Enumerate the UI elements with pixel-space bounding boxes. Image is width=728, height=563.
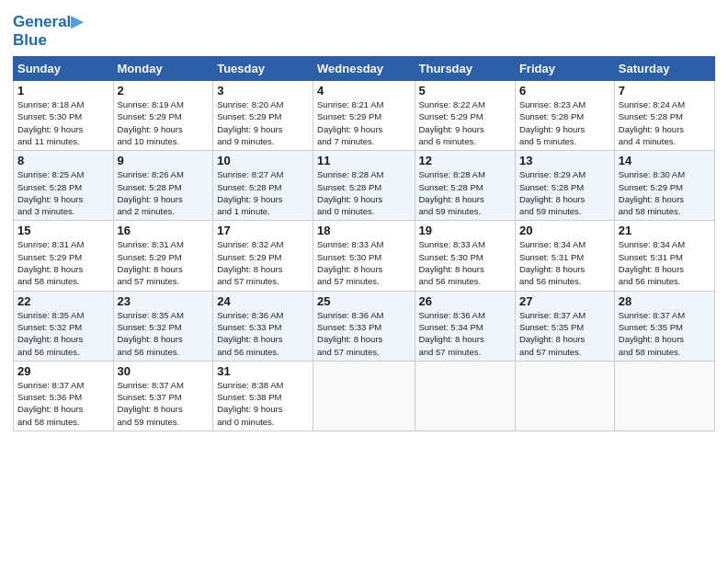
day-number: 13 — [519, 154, 610, 167]
day-info: Sunrise: 8:37 AM Sunset: 5:37 PM Dayligh… — [118, 379, 210, 428]
day-info: Sunrise: 8:23 AM Sunset: 5:28 PM Dayligh… — [519, 98, 610, 147]
day-info: Sunrise: 8:32 AM Sunset: 5:29 PM Dayligh… — [217, 238, 309, 287]
calendar-cell: 26Sunrise: 8:36 AM Sunset: 5:34 PM Dayli… — [415, 291, 515, 361]
logo-text: General▶ Blue — [13, 13, 83, 49]
day-info: Sunrise: 8:33 AM Sunset: 5:30 PM Dayligh… — [317, 238, 410, 287]
calendar-cell: 17Sunrise: 8:32 AM Sunset: 5:29 PM Dayli… — [213, 221, 313, 291]
day-info: Sunrise: 8:33 AM Sunset: 5:30 PM Dayligh… — [419, 238, 511, 287]
weekday-header-thursday: Thursday — [415, 57, 515, 81]
day-number: 24 — [217, 294, 309, 308]
calendar-cell: 22Sunrise: 8:35 AM Sunset: 5:32 PM Dayli… — [14, 291, 114, 361]
day-info: Sunrise: 8:27 AM Sunset: 5:28 PM Dayligh… — [217, 168, 309, 217]
calendar-cell: 31Sunrise: 8:38 AM Sunset: 5:38 PM Dayli… — [213, 361, 313, 431]
calendar-cell: 9Sunrise: 8:26 AM Sunset: 5:28 PM Daylig… — [113, 151, 213, 221]
day-info: Sunrise: 8:34 AM Sunset: 5:31 PM Dayligh… — [619, 238, 711, 287]
day-info: Sunrise: 8:28 AM Sunset: 5:28 PM Dayligh… — [419, 168, 511, 217]
day-info: Sunrise: 8:31 AM Sunset: 5:29 PM Dayligh… — [118, 238, 210, 287]
weekday-header-sunday: Sunday — [14, 57, 114, 81]
day-info: Sunrise: 8:21 AM Sunset: 5:29 PM Dayligh… — [317, 98, 410, 147]
calendar: SundayMondayTuesdayWednesdayThursdayFrid… — [13, 56, 715, 431]
day-info: Sunrise: 8:29 AM Sunset: 5:28 PM Dayligh… — [519, 168, 610, 217]
day-info: Sunrise: 8:24 AM Sunset: 5:28 PM Dayligh… — [619, 98, 711, 147]
calendar-cell — [415, 361, 515, 431]
weekday-header-saturday: Saturday — [614, 57, 714, 81]
day-number: 22 — [17, 294, 109, 308]
calendar-cell: 1Sunrise: 8:18 AM Sunset: 5:30 PM Daylig… — [14, 81, 114, 151]
day-number: 23 — [118, 294, 210, 308]
calendar-cell: 18Sunrise: 8:33 AM Sunset: 5:30 PM Dayli… — [313, 221, 415, 291]
day-info: Sunrise: 8:19 AM Sunset: 5:29 PM Dayligh… — [118, 98, 210, 147]
weekday-header-wednesday: Wednesday — [313, 57, 415, 81]
day-number: 20 — [519, 224, 610, 237]
day-number: 21 — [619, 224, 711, 237]
day-number: 27 — [519, 294, 610, 308]
day-info: Sunrise: 8:18 AM Sunset: 5:30 PM Dayligh… — [17, 98, 109, 147]
calendar-cell: 13Sunrise: 8:29 AM Sunset: 5:28 PM Dayli… — [515, 151, 614, 221]
calendar-cell: 28Sunrise: 8:37 AM Sunset: 5:35 PM Dayli… — [614, 291, 714, 361]
day-info: Sunrise: 8:37 AM Sunset: 5:36 PM Dayligh… — [17, 379, 109, 428]
calendar-cell: 10Sunrise: 8:27 AM Sunset: 5:28 PM Dayli… — [213, 151, 313, 221]
day-number: 3 — [217, 84, 309, 98]
day-info: Sunrise: 8:38 AM Sunset: 5:38 PM Dayligh… — [217, 379, 309, 428]
weekday-header-tuesday: Tuesday — [213, 57, 313, 81]
day-info: Sunrise: 8:26 AM Sunset: 5:28 PM Dayligh… — [118, 168, 210, 217]
calendar-cell: 6Sunrise: 8:23 AM Sunset: 5:28 PM Daylig… — [515, 81, 614, 151]
calendar-cell: 24Sunrise: 8:36 AM Sunset: 5:33 PM Dayli… — [213, 291, 313, 361]
calendar-cell: 5Sunrise: 8:22 AM Sunset: 5:29 PM Daylig… — [415, 81, 515, 151]
calendar-cell: 3Sunrise: 8:20 AM Sunset: 5:29 PM Daylig… — [213, 81, 313, 151]
calendar-cell: 7Sunrise: 8:24 AM Sunset: 5:28 PM Daylig… — [614, 81, 714, 151]
calendar-cell: 14Sunrise: 8:30 AM Sunset: 5:29 PM Dayli… — [614, 151, 714, 221]
calendar-cell: 20Sunrise: 8:34 AM Sunset: 5:31 PM Dayli… — [515, 221, 614, 291]
day-number: 5 — [419, 84, 511, 98]
calendar-cell: 29Sunrise: 8:37 AM Sunset: 5:36 PM Dayli… — [14, 361, 114, 431]
page-container: General▶ Blue SundayMondayTuesdayWednesd… — [0, 0, 728, 439]
day-number: 19 — [419, 224, 511, 237]
calendar-cell: 25Sunrise: 8:36 AM Sunset: 5:33 PM Dayli… — [313, 291, 415, 361]
calendar-cell: 11Sunrise: 8:28 AM Sunset: 5:28 PM Dayli… — [313, 151, 415, 221]
calendar-cell — [313, 361, 415, 431]
day-number: 31 — [217, 364, 309, 378]
calendar-cell: 2Sunrise: 8:19 AM Sunset: 5:29 PM Daylig… — [113, 81, 213, 151]
day-number: 7 — [619, 84, 711, 98]
day-info: Sunrise: 8:35 AM Sunset: 5:32 PM Dayligh… — [118, 309, 210, 358]
day-number: 28 — [619, 294, 711, 308]
calendar-cell: 4Sunrise: 8:21 AM Sunset: 5:29 PM Daylig… — [313, 81, 415, 151]
calendar-cell: 30Sunrise: 8:37 AM Sunset: 5:37 PM Dayli… — [113, 361, 213, 431]
calendar-cell: 19Sunrise: 8:33 AM Sunset: 5:30 PM Dayli… — [415, 221, 515, 291]
header: General▶ Blue — [13, 9, 715, 49]
calendar-cell — [515, 361, 614, 431]
day-info: Sunrise: 8:22 AM Sunset: 5:29 PM Dayligh… — [419, 98, 511, 147]
day-info: Sunrise: 8:20 AM Sunset: 5:29 PM Dayligh… — [217, 98, 309, 147]
weekday-header-monday: Monday — [113, 57, 213, 81]
day-number: 15 — [17, 224, 109, 237]
day-number: 14 — [619, 154, 711, 167]
calendar-cell: 15Sunrise: 8:31 AM Sunset: 5:29 PM Dayli… — [14, 221, 114, 291]
day-number: 6 — [519, 84, 610, 98]
calendar-cell: 12Sunrise: 8:28 AM Sunset: 5:28 PM Dayli… — [415, 151, 515, 221]
day-number: 26 — [419, 294, 511, 308]
day-number: 30 — [118, 364, 210, 378]
day-number: 2 — [118, 84, 210, 98]
day-info: Sunrise: 8:36 AM Sunset: 5:33 PM Dayligh… — [217, 309, 309, 358]
day-number: 25 — [317, 294, 410, 308]
calendar-cell: 16Sunrise: 8:31 AM Sunset: 5:29 PM Dayli… — [113, 221, 213, 291]
day-info: Sunrise: 8:35 AM Sunset: 5:32 PM Dayligh… — [17, 309, 109, 358]
day-info: Sunrise: 8:31 AM Sunset: 5:29 PM Dayligh… — [17, 238, 109, 287]
day-info: Sunrise: 8:37 AM Sunset: 5:35 PM Dayligh… — [519, 309, 610, 358]
day-info: Sunrise: 8:28 AM Sunset: 5:28 PM Dayligh… — [317, 168, 410, 217]
day-number: 4 — [317, 84, 410, 98]
day-info: Sunrise: 8:34 AM Sunset: 5:31 PM Dayligh… — [519, 238, 610, 287]
day-number: 17 — [217, 224, 309, 237]
calendar-cell — [614, 361, 714, 431]
day-number: 8 — [17, 154, 109, 167]
logo: General▶ Blue — [13, 13, 83, 49]
day-number: 11 — [317, 154, 410, 167]
calendar-cell: 27Sunrise: 8:37 AM Sunset: 5:35 PM Dayli… — [515, 291, 614, 361]
day-info: Sunrise: 8:25 AM Sunset: 5:28 PM Dayligh… — [17, 168, 109, 217]
weekday-header-friday: Friday — [515, 57, 614, 81]
calendar-cell: 21Sunrise: 8:34 AM Sunset: 5:31 PM Dayli… — [614, 221, 714, 291]
day-number: 18 — [317, 224, 410, 237]
day-number: 12 — [419, 154, 511, 167]
day-number: 1 — [17, 84, 109, 98]
calendar-cell: 8Sunrise: 8:25 AM Sunset: 5:28 PM Daylig… — [14, 151, 114, 221]
